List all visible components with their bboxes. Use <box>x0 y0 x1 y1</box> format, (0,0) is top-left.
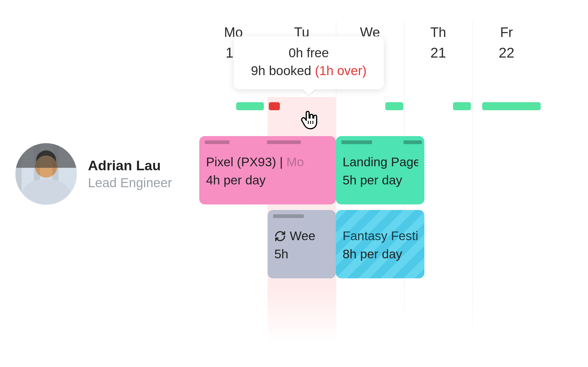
tooltip-free-hours: 0h free <box>245 46 373 60</box>
day-column-th[interactable]: Th 21 <box>404 25 472 61</box>
task-block-landing-pages[interactable]: Landing Pages 5h per day <box>336 136 424 204</box>
grid-divider <box>472 22 473 360</box>
availability-tooltip: 0h free 9h booked (1h over) <box>234 36 384 89</box>
task-subtitle: 4h per day <box>206 172 330 188</box>
recurring-icon <box>274 230 286 242</box>
person-name: Adrian Lau <box>88 158 172 174</box>
task-block-pixel[interactable]: Pixel (PX93) | Mo 4h per day <box>199 136 336 204</box>
day-number: 21 <box>404 44 472 61</box>
availability-row <box>199 102 541 110</box>
drag-handle-icon[interactable] <box>341 140 372 144</box>
drag-handle-icon[interactable] <box>403 140 422 144</box>
availability-chip-free[interactable] <box>236 102 264 110</box>
availability-chip-free[interactable] <box>482 102 541 110</box>
day-abbr: Fr <box>472 25 541 40</box>
avatar[interactable] <box>15 143 77 205</box>
drag-handle-icon[interactable] <box>205 140 229 144</box>
availability-chip-free[interactable] <box>385 102 403 110</box>
task-title: Landing Pages <box>343 154 418 170</box>
task-block-fantasy-festival[interactable]: Fantasy Festival 8h per day <box>336 210 424 278</box>
task-subtitle: 5h per day <box>343 172 418 188</box>
task-block-weekly[interactable]: Wee 5h <box>268 210 336 278</box>
task-subtitle: 5h <box>274 246 330 262</box>
task-title: Fantasy Festival <box>343 228 418 244</box>
task-title: Pixel (PX93) | Mo <box>206 154 330 170</box>
day-number: 22 <box>472 44 541 61</box>
drag-handle-icon[interactable] <box>267 140 301 144</box>
tooltip-booked-text: 9h booked <box>251 63 315 78</box>
day-column-fr[interactable]: Fr 22 <box>472 25 541 61</box>
person-card[interactable]: Adrian Lau Lead Engineer <box>15 143 172 205</box>
person-role: Lead Engineer <box>88 175 172 190</box>
task-title: Wee <box>274 228 330 244</box>
task-subtitle: 8h per day <box>343 246 418 262</box>
tooltip-over-text: (1h over) <box>315 63 367 78</box>
availability-chip-free[interactable] <box>453 102 471 110</box>
tooltip-booked-hours: 9h booked (1h over) <box>245 63 373 78</box>
drag-handle-icon[interactable] <box>273 214 304 218</box>
day-abbr: Th <box>404 25 472 40</box>
availability-chip-over[interactable] <box>269 102 280 110</box>
